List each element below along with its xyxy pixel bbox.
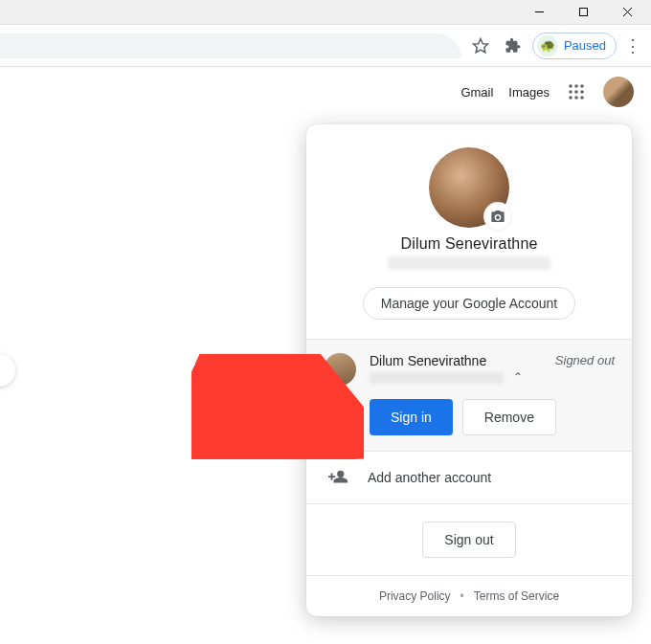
omnibox[interactable] [0,33,461,58]
sign-in-button[interactable]: Sign in [370,399,453,435]
collapse-caret-icon[interactable]: ⌃ [509,368,527,386]
svg-point-10 [580,90,584,94]
minimize-button[interactable] [517,0,561,25]
svg-point-12 [574,96,578,100]
other-name: Dilum Senevirathne [370,353,542,368]
svg-point-9 [574,90,578,94]
sign-out-button[interactable]: Sign out [422,522,515,558]
account-popup: Dilum Senevirathne Manage your Google Ac… [306,124,632,616]
privacy-link[interactable]: Privacy Policy [379,589,451,603]
close-button[interactable] [605,0,649,25]
svg-point-11 [569,96,572,100]
maximize-button[interactable] [561,0,605,25]
other-avatar [324,353,356,386]
svg-point-13 [580,96,584,100]
other-email-blurred [370,372,504,384]
svg-rect-1 [579,9,587,16]
window-titlebar [0,0,651,25]
apps-grid-icon[interactable] [565,80,588,103]
profile-paused-chip[interactable]: 🐢 Paused [532,33,617,59]
add-account-label: Add another account [368,470,491,485]
popup-footer: Privacy Policy • Terms of Service [306,575,632,616]
svg-point-5 [569,84,572,88]
other-account-section: Dilum Senevirathne ⌃ Signed out Sign in … [306,339,632,451]
browser-toolbar: 🐢 Paused ⋮ [0,25,651,67]
person-add-icon [324,467,352,488]
svg-marker-4 [473,38,487,52]
camera-icon[interactable] [484,203,511,230]
paused-label: Paused [564,38,606,53]
manage-account-button[interactable]: Manage your Google Account [363,287,575,320]
account-avatar[interactable] [603,77,634,107]
add-account-row[interactable]: Add another account [306,451,632,503]
browser-menu-icon[interactable]: ⋮ [622,33,643,59]
extensions-icon[interactable] [500,33,527,59]
popup-primary-section: Dilum Senevirathne Manage your Google Ac… [306,124,632,339]
gmail-link[interactable]: Gmail [460,85,493,100]
images-link[interactable]: Images [508,85,550,100]
bookmark-star-icon[interactable] [467,33,494,59]
signed-out-status: Signed out [555,353,615,367]
primary-name: Dilum Senevirathne [326,235,613,253]
profile-chip-avatar: 🐢 [537,35,558,56]
svg-point-6 [574,84,578,88]
footer-separator: • [460,589,464,603]
primary-email-blurred [388,256,550,270]
svg-point-7 [580,84,584,88]
ntp-header: Gmail Images [0,67,651,117]
edge-bubble [0,354,15,387]
remove-button[interactable]: Remove [462,399,556,435]
svg-point-8 [569,90,572,94]
terms-link[interactable]: Terms of Service [474,589,559,603]
